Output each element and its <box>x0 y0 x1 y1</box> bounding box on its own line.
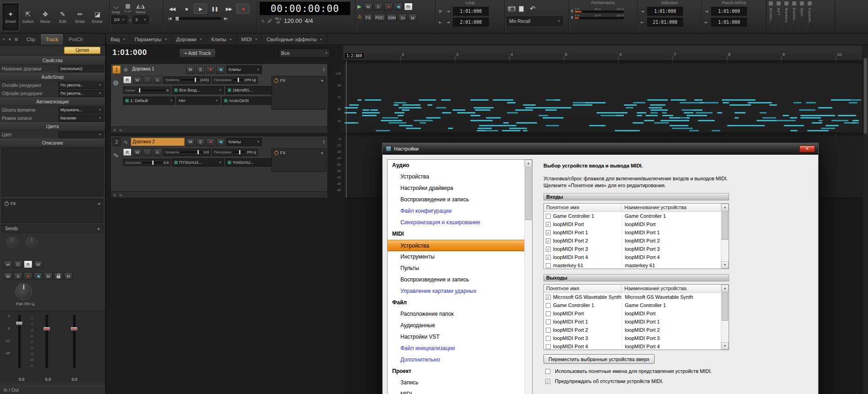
automation-button-1[interactable]: W <box>133 76 142 84</box>
pencil-icon[interactable]: 🖉 <box>267 18 272 23</box>
selection-end-icon[interactable]: ⇤ <box>639 20 645 25</box>
phase-button[interactable]: ∅ <box>14 260 22 268</box>
transport-ffwd-button[interactable]: ▶▶ <box>222 4 235 14</box>
time-ruler[interactable]: 1:2:369 2345678910 <box>343 45 863 61</box>
scroll-thumb[interactable] <box>722 292 728 321</box>
snap-toggle[interactable]: ◡ Snap <box>112 3 120 14</box>
device-row[interactable]: loopMIDI Port 1loopMIDI Port 1 <box>544 318 721 326</box>
automation-button-1[interactable]: W <box>133 148 142 156</box>
table-scrollbar[interactable]: ▲ ▼ <box>721 204 729 269</box>
dock-tab-3[interactable]: Events... <box>790 0 798 33</box>
echo-button[interactable]: ◀)) <box>34 272 43 280</box>
loop-icon[interactable]: ⟳ <box>437 9 443 14</box>
field-value[interactable]: Музыкаль...▼ <box>59 107 103 113</box>
punch-out-icon[interactable]: ⇤ <box>703 20 709 25</box>
device-checkbox[interactable] <box>546 214 551 219</box>
scroll-thumb[interactable] <box>864 58 867 134</box>
use-friendly-names-checkbox[interactable]: Использовать понятные имена для представ… <box>543 368 729 374</box>
snap-count-dropdown[interactable]: 3▼ <box>133 16 149 24</box>
fader-cap[interactable] <box>70 327 78 331</box>
checkbox[interactable] <box>545 369 550 374</box>
tab-track[interactable]: Track <box>40 33 64 45</box>
arm-all-button[interactable]: ● <box>384 3 393 11</box>
tempo-display[interactable]: 120.00 <box>284 17 302 24</box>
add-fx-button[interactable]: + <box>321 78 324 83</box>
scroll-up-icon[interactable]: ▲ <box>721 204 729 211</box>
pdc-button[interactable]: PDC <box>374 14 385 22</box>
settings-nav-3[interactable]: Воспроизведение и запись <box>388 194 524 205</box>
field-value[interactable]: (несколько) <box>59 65 103 72</box>
track-name[interactable]: Дорожка 2 <box>131 138 185 146</box>
device-checkbox[interactable]: ✓ <box>546 247 551 252</box>
speed-button[interactable]: 2x <box>398 14 407 22</box>
dock-icon[interactable]: ⊞ <box>14 37 19 42</box>
selection-end-time[interactable]: 21:01:000 <box>647 18 683 27</box>
menu-5[interactable]: Свободные эффекты▾ <box>262 33 327 45</box>
menu-3[interactable]: Клипы▾ <box>207 33 236 45</box>
automation-button-0[interactable]: R <box>123 148 132 156</box>
close-button[interactable]: ✕ <box>799 146 815 152</box>
metronome-play-icon[interactable]: ▶ <box>357 4 362 10</box>
now-position[interactable]: 1:01:000 <box>112 48 147 57</box>
track-input-dropdown[interactable]: Все Вход...▼ <box>172 86 224 94</box>
patch-dropdown[interactable]: AcstcGtrSt▼ <box>222 97 276 105</box>
lanes-icon[interactable]: ≡ <box>113 128 116 132</box>
transport-rtz-button[interactable]: ◀◀ <box>165 4 179 14</box>
lane-expand-handle[interactable]: ▲▼ <box>323 140 326 144</box>
punch-in-time[interactable]: 1:01:000 <box>711 7 747 16</box>
metronome-icon[interactable]: ⚠ <box>357 14 362 20</box>
device-checkbox[interactable] <box>546 311 551 316</box>
add-send-button[interactable]: + <box>97 226 100 232</box>
device-checkbox[interactable]: ✓ <box>546 255 551 260</box>
clips-dropdown[interactable]: Клипы▼ <box>226 65 262 74</box>
menu-2[interactable]: Дорожки▾ <box>172 33 207 45</box>
fader-cap[interactable] <box>43 327 50 331</box>
device-row[interactable]: loopMIDI Port 4loopMIDI Port 4 <box>544 342 721 350</box>
tool-select[interactable]: ⇱Select <box>19 3 37 31</box>
settings-nav-16[interactable]: Файл инициализации <box>388 343 524 354</box>
inspector-fx-bin[interactable]: FX + <box>2 199 103 223</box>
wave-icon[interactable]: ∿ <box>261 18 265 23</box>
level-slider[interactable]: Уровень(101) <box>163 76 211 84</box>
lane-expand-handle[interactable]: ▲▼ <box>323 67 326 72</box>
device-row[interactable]: ✓loopMIDI PortloopMIDI Port <box>544 220 721 228</box>
collapse-left-icon[interactable]: « <box>2 37 6 42</box>
settings-nav-5[interactable]: Синхронизация и кэширование <box>388 217 524 228</box>
read-button[interactable]: R <box>24 260 32 268</box>
settings-nav-7[interactable]: Устройства <box>388 240 524 251</box>
punch-in-icon[interactable]: ⇥ <box>703 9 709 14</box>
settings-nav-4[interactable]: Файл конфигурации <box>388 205 524 217</box>
w-script-button[interactable]: W <box>408 14 417 22</box>
add-fx-button[interactable]: + <box>321 150 324 156</box>
fader-3[interactable] <box>70 315 78 370</box>
patch-none-dropdown[interactable]: Нет▼ <box>176 97 220 105</box>
automation-button-2[interactable]: ✳ <box>143 148 152 156</box>
column-device-name[interactable]: Наименование устройства <box>622 285 721 292</box>
device-checkbox[interactable] <box>546 319 551 324</box>
fader-cap[interactable] <box>16 321 23 325</box>
track-fx-bin[interactable]: FX+ <box>272 148 326 172</box>
device-row[interactable]: ✓loopMIDI Port 2loopMIDI Port 2 <box>544 237 721 245</box>
tool-smart[interactable]: ✦Smart <box>2 3 19 31</box>
field-value[interactable]: Касание▼ <box>59 115 103 122</box>
transport-pause-button[interactable]: ❚❚ <box>208 4 221 14</box>
settings-nav-2[interactable]: Настройки драйвера <box>388 183 524 194</box>
mute-button[interactable]: M <box>4 272 12 280</box>
track-name[interactable]: Дорожка 1 <box>131 65 185 74</box>
dock-tab-1[interactable]: ACT <box>774 0 782 33</box>
undo-icon[interactable]: ↶ <box>530 5 536 13</box>
bank-dropdown[interactable]: 1: Default▼ <box>123 97 175 105</box>
snap-grid-toggle[interactable]: ▦ TO BY <box>124 3 132 13</box>
solo-button[interactable]: S <box>14 272 22 280</box>
document-icon[interactable] <box>519 6 524 12</box>
tab-clip[interactable]: Clip <box>21 33 40 45</box>
arm-button[interactable]: ● <box>24 272 32 280</box>
device-row[interactable]: Game Controller 1Game Controller 1 <box>544 212 721 220</box>
track-solo-button[interactable]: S <box>196 66 205 74</box>
settings-nav-20[interactable]: MIDI <box>388 389 524 394</box>
menu-1[interactable]: Параметры▾ <box>130 33 171 45</box>
dock-tab-2[interactable]: Markers <box>782 0 790 33</box>
pan-slider[interactable]: Панорама0% Ц <box>212 149 258 156</box>
track-1-lane[interactable] <box>343 64 863 133</box>
transport-stop-button[interactable]: ■ <box>180 4 193 14</box>
